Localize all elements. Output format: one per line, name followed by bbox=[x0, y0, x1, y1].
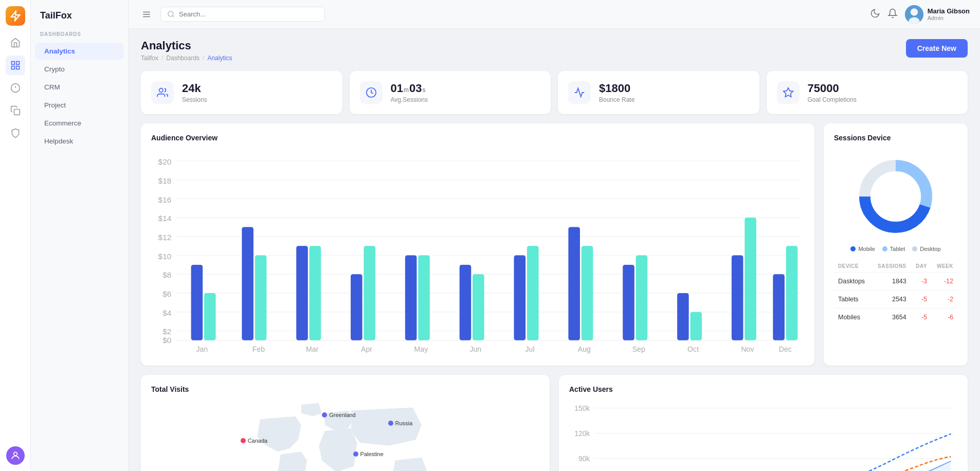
clock-icon bbox=[366, 87, 377, 98]
nav-item-ecommerce[interactable]: Ecommerce bbox=[35, 115, 124, 132]
svg-rect-4 bbox=[16, 66, 19, 69]
device-week: -6 bbox=[931, 309, 957, 327]
pin-label-greenland: Greenland bbox=[329, 412, 355, 418]
nav-item-crypto[interactable]: Crypto bbox=[35, 61, 124, 78]
user-name: Maria Gibson bbox=[928, 7, 970, 15]
pin-label-canada: Canada bbox=[248, 438, 268, 444]
pin-label-palestine: Palestine bbox=[360, 451, 384, 457]
search-input[interactable] bbox=[179, 10, 318, 18]
col-sessions: SASSIONS bbox=[871, 260, 910, 273]
nav-icon-copy[interactable] bbox=[6, 101, 25, 120]
table-row: Dasktops 1843 -3 -12 bbox=[834, 273, 957, 291]
svg-point-16 bbox=[910, 8, 917, 15]
svg-rect-54 bbox=[405, 256, 417, 340]
svg-rect-42 bbox=[191, 265, 203, 340]
donut-chart bbox=[855, 155, 937, 238]
nav-icon-shield[interactable] bbox=[6, 123, 25, 143]
svg-text:Mar: Mar bbox=[306, 345, 319, 353]
goals-icon-wrapper bbox=[777, 81, 800, 104]
svg-text:$10: $10 bbox=[158, 252, 172, 261]
content: Analytics Tailfox / Dashboards / Analyti… bbox=[129, 29, 980, 471]
svg-rect-43 bbox=[204, 293, 216, 340]
svg-text:May: May bbox=[414, 345, 429, 353]
stat-card-avg-sessions: 01m03s Avg.Sessions bbox=[350, 71, 551, 114]
svg-rect-2 bbox=[16, 62, 19, 65]
nav-item-helpdesk[interactable]: Helpdesk bbox=[35, 133, 124, 150]
breadcrumb-analytics: Analytics bbox=[207, 55, 232, 62]
col-device: DEVICE bbox=[834, 260, 871, 273]
svg-text:Jun: Jun bbox=[469, 345, 481, 353]
active-users-card: Active Users 150k 120k 90k 60k bbox=[559, 375, 968, 471]
topbar-icons: Maria Gibson Admin bbox=[870, 5, 970, 24]
stat-info-goals: 75000 Goal Completions bbox=[808, 82, 857, 103]
svg-rect-66 bbox=[623, 265, 634, 340]
audience-bar-chart: $20 $18 $16 $14 $12 $10 $8 $6 $4 $2 $0 bbox=[151, 150, 804, 353]
nav-icon-home[interactable] bbox=[6, 33, 25, 52]
svg-rect-51 bbox=[351, 274, 362, 340]
svg-text:$20: $20 bbox=[158, 157, 172, 166]
create-new-button[interactable]: Create New bbox=[906, 39, 968, 58]
table-row: Tablets 2543 -5 -2 bbox=[834, 291, 957, 309]
svg-rect-60 bbox=[514, 256, 526, 340]
svg-rect-3 bbox=[11, 66, 14, 69]
legend-label-desktop: Desktop bbox=[920, 246, 940, 252]
bottom-row: Total Visits bbox=[141, 375, 968, 471]
device-day: -5 bbox=[911, 309, 931, 327]
active-users-title: Active Users bbox=[569, 385, 957, 393]
page-title-area: Analytics Tailfox / Dashboards / Analyti… bbox=[141, 39, 232, 62]
svg-rect-63 bbox=[568, 227, 580, 340]
svg-text:$2: $2 bbox=[162, 327, 171, 336]
svg-text:$18: $18 bbox=[158, 176, 172, 185]
device-sessions: 3654 bbox=[871, 309, 910, 327]
audience-overview-card: Audience Overview $20 $18 $16 $14 $12 $1… bbox=[141, 123, 814, 366]
svg-point-81 bbox=[870, 171, 921, 222]
svg-text:$12: $12 bbox=[158, 233, 172, 242]
breadcrumb-dashboards: Dashboards bbox=[166, 55, 199, 62]
stats-row: 24k Sessions 01m03s Avg.Sessions bbox=[141, 71, 968, 114]
device-sessions: 1843 bbox=[871, 273, 910, 291]
active-users-chart: 150k 120k 90k 60k bbox=[569, 402, 957, 471]
pin-dot-palestine bbox=[353, 451, 358, 457]
left-nav: TailFox DASHBOARDS Analytics Crypto CRM … bbox=[31, 0, 129, 471]
activity-icon bbox=[574, 87, 585, 98]
svg-text:Aug: Aug bbox=[578, 345, 591, 353]
device-week: -2 bbox=[931, 291, 957, 309]
user-avatar-sidebar[interactable] bbox=[6, 446, 25, 465]
notifications-icon[interactable] bbox=[887, 8, 898, 21]
sessions-device-title: Sessions Device bbox=[834, 134, 957, 142]
nav-item-crm[interactable]: CRM bbox=[35, 79, 124, 96]
svg-text:Jul: Jul bbox=[525, 345, 535, 353]
donut-container bbox=[834, 150, 957, 246]
nav-icon-circle[interactable] bbox=[6, 78, 25, 98]
pin-dot-canada bbox=[241, 438, 246, 443]
svg-text:$14: $14 bbox=[158, 214, 172, 223]
svg-rect-73 bbox=[745, 218, 756, 340]
svg-text:Jan: Jan bbox=[196, 345, 208, 353]
main-area: Maria Gibson Admin Analytics Tailfox / D… bbox=[129, 0, 980, 471]
total-visits-card: Total Visits bbox=[141, 375, 550, 471]
user-info[interactable]: Maria Gibson Admin bbox=[905, 5, 970, 24]
svg-rect-69 bbox=[677, 293, 689, 340]
pin-label-russia: Russia bbox=[395, 420, 413, 426]
stat-value-sessions: 24k bbox=[182, 82, 207, 95]
svg-point-9 bbox=[13, 452, 17, 456]
breadcrumb: Tailfox / Dashboards / Analytics bbox=[141, 55, 232, 62]
svg-point-18 bbox=[159, 88, 163, 92]
col-week: WEEK bbox=[931, 260, 957, 273]
audience-overview-title: Audience Overview bbox=[151, 134, 804, 142]
nav-item-analytics[interactable]: Analytics bbox=[35, 43, 124, 60]
stat-card-sessions: 24k Sessions bbox=[141, 71, 342, 114]
dark-mode-icon[interactable] bbox=[870, 8, 880, 21]
device-name: Tablets bbox=[834, 291, 871, 309]
device-name: Dasktops bbox=[834, 273, 871, 291]
nav-icon-grid[interactable] bbox=[6, 56, 25, 75]
stat-label-sessions: Sessions bbox=[182, 96, 207, 103]
bounce-icon-wrapper bbox=[568, 81, 591, 104]
users-icon bbox=[157, 87, 168, 98]
stat-value-bounce: $1800 bbox=[599, 82, 634, 95]
svg-rect-49 bbox=[310, 246, 321, 340]
svg-rect-64 bbox=[582, 246, 593, 340]
svg-rect-72 bbox=[732, 256, 743, 340]
nav-item-project[interactable]: Project bbox=[35, 97, 124, 114]
sidebar-collapse-button[interactable] bbox=[139, 7, 154, 22]
